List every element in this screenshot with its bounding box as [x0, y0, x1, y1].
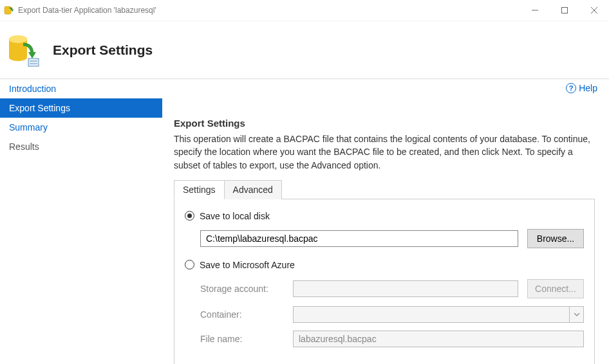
- sidebar: Introduction Export Settings Summary Res…: [0, 79, 162, 364]
- radio-local-label: Save to local disk: [200, 211, 270, 221]
- window-title: Export Data-tier Application 'labazuresq…: [18, 6, 520, 15]
- sidebar-item-results[interactable]: Results: [0, 137, 162, 156]
- svg-point-6: [9, 35, 27, 43]
- export-database-icon: [6, 33, 41, 68]
- app-icon: [4, 5, 14, 15]
- tab-settings[interactable]: Settings: [174, 180, 225, 199]
- help-icon: ?: [566, 83, 576, 93]
- local-path-input[interactable]: [200, 230, 518, 247]
- file-name-input: [293, 331, 584, 347]
- help-label: Help: [579, 83, 597, 93]
- minimize-button[interactable]: [520, 0, 550, 21]
- radio-save-local[interactable]: Save to local disk: [185, 211, 584, 221]
- radio-icon-checked: [185, 211, 194, 221]
- section-description: This operation will create a BACPAC file…: [174, 132, 595, 172]
- file-name-label: File name:: [200, 334, 290, 344]
- help-link[interactable]: ? Help: [566, 83, 597, 93]
- container-label: Container:: [200, 309, 290, 320]
- window-controls: [520, 0, 609, 21]
- storage-account-label: Storage account:: [200, 284, 290, 294]
- page-title: Export Settings: [53, 42, 153, 58]
- connect-button: Connect...: [527, 279, 584, 298]
- close-button[interactable]: [579, 0, 609, 21]
- sidebar-item-summary[interactable]: Summary: [0, 118, 162, 137]
- radio-save-azure[interactable]: Save to Microsoft Azure: [185, 260, 584, 270]
- content: Introduction Export Settings Summary Res…: [0, 78, 609, 364]
- section-title: Export Settings: [174, 118, 595, 129]
- sidebar-item-introduction[interactable]: Introduction: [0, 79, 162, 98]
- azure-form: Storage account: Connect... Container:: [200, 279, 584, 347]
- maximize-button[interactable]: [550, 0, 579, 21]
- chevron-down-icon: [569, 307, 583, 322]
- sidebar-item-export-settings[interactable]: Export Settings: [0, 98, 162, 118]
- tab-advanced[interactable]: Advanced: [224, 180, 282, 199]
- storage-account-input: [293, 280, 518, 297]
- container-select: [293, 306, 584, 323]
- svg-rect-7: [28, 59, 39, 66]
- titlebar: Export Data-tier Application 'labazuresq…: [0, 0, 609, 21]
- radio-azure-label: Save to Microsoft Azure: [200, 260, 295, 270]
- tab-strip: Settings Advanced: [174, 179, 595, 199]
- container-input: [293, 306, 584, 323]
- radio-icon-unchecked: [185, 260, 194, 269]
- browse-button[interactable]: Browse...: [527, 229, 584, 248]
- header: Export Settings: [0, 21, 609, 78]
- main-panel: ? Help Export Settings This operation wi…: [162, 79, 609, 364]
- svg-rect-2: [562, 8, 568, 14]
- settings-tab-panel: Save to local disk Browse... Save to Mic…: [174, 199, 595, 364]
